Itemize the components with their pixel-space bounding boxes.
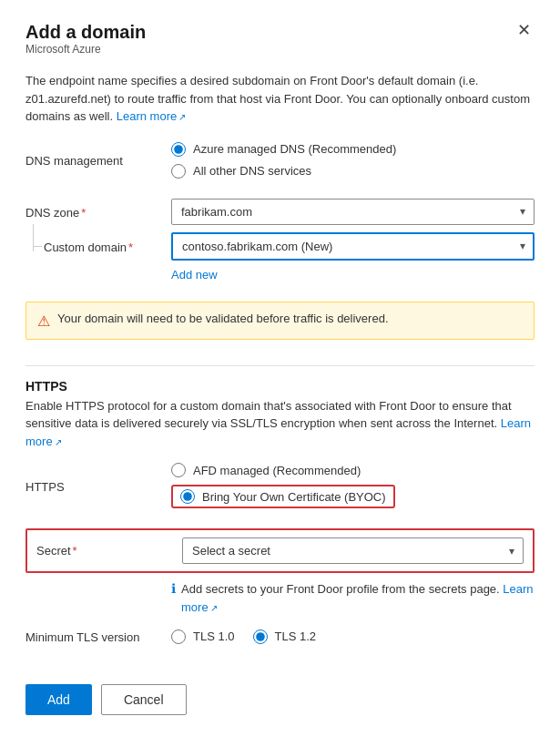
- external-link-icon: ↗: [178, 110, 186, 124]
- dialog-title: Add a domain: [25, 22, 146, 43]
- radio-afd-managed[interactable]: AFD managed (Recommended): [171, 463, 395, 477]
- radio-azure-dns-label: Azure managed DNS (Recommended): [193, 142, 396, 156]
- radio-byoc-label: Bring Your Own Certificate (BYOC): [202, 490, 386, 504]
- secret-row: Secret* Select a secret ▾: [25, 528, 535, 573]
- https-description: Enable HTTPS protocol for a custom domai…: [25, 397, 535, 451]
- tls-label: Minimum TLS version: [25, 629, 171, 644]
- custom-domain-row: Custom domain* contoso.fabrikam.com (New…: [25, 232, 535, 261]
- dns-zone-dropdown[interactable]: fabrikam.com: [171, 199, 535, 225]
- radio-other-dns-label: All other DNS services: [193, 164, 311, 178]
- info-icon: ℹ: [171, 581, 176, 596]
- radio-tls12-input[interactable]: [253, 630, 268, 644]
- dns-zone-label: DNS zone*: [25, 204, 171, 220]
- dialog-header: Add a domain Microsoft Azure ✕: [25, 22, 535, 70]
- radio-afd-managed-input[interactable]: [171, 463, 186, 477]
- radio-other-dns[interactable]: All other DNS services: [171, 164, 396, 179]
- radio-tls10-input[interactable]: [171, 630, 186, 644]
- radio-tls12-label: TLS 1.2: [275, 630, 317, 643]
- dns-management-label: DNS management: [25, 152, 171, 168]
- tls-options: TLS 1.0 TLS 1.2: [171, 630, 316, 644]
- radio-byoc-input[interactable]: [180, 489, 195, 504]
- custom-domain-dropdown-wrapper: contoso.fabrikam.com (New) ▾: [171, 232, 535, 261]
- dns-zone-row: DNS zone* fabrikam.com ▾: [25, 199, 535, 225]
- add-button[interactable]: Add: [25, 684, 92, 715]
- warning-icon: ⚠: [37, 312, 50, 330]
- secret-hint-text: Add secrets to your Front Door profile f…: [181, 580, 535, 616]
- https-label: HTTPS: [25, 478, 171, 494]
- dns-management-radio-group: Azure managed DNS (Recommended) All othe…: [171, 142, 396, 179]
- secret-dropdown-wrapper: Select a secret ▾: [182, 537, 524, 564]
- secret-external-icon: ↗: [210, 601, 218, 615]
- radio-azure-dns-input[interactable]: [171, 142, 186, 157]
- https-section: HTTPS Enable HTTPS protocol for a custom…: [25, 379, 535, 517]
- secret-label: Secret*: [36, 544, 182, 558]
- secret-required: *: [73, 544, 77, 558]
- intro-learn-more-link[interactable]: Learn more: [117, 109, 177, 123]
- footer-actions: Add Cancel: [25, 666, 535, 715]
- dialog-subtitle: Microsoft Azure: [25, 43, 146, 56]
- radio-azure-dns[interactable]: Azure managed DNS (Recommended): [171, 142, 396, 157]
- tls-row: Minimum TLS version TLS 1.0 TLS 1.2: [25, 629, 535, 644]
- cancel-button[interactable]: Cancel: [101, 684, 187, 715]
- secret-dropdown[interactable]: Select a secret: [182, 537, 524, 564]
- intro-description: The endpoint name specifies a desired su…: [25, 72, 535, 126]
- secret-hint: ℹ Add secrets to your Front Door profile…: [171, 580, 535, 616]
- dns-zone-required: *: [81, 206, 86, 220]
- custom-domain-dropdown[interactable]: contoso.fabrikam.com (New): [171, 232, 535, 261]
- custom-domain-required: *: [128, 241, 133, 254]
- dns-management-row: DNS management Azure managed DNS (Recomm…: [25, 142, 535, 179]
- dns-management-section: DNS management Azure managed DNS (Recomm…: [25, 142, 535, 186]
- https-external-icon: ↗: [55, 435, 62, 449]
- warning-box: ⚠ Your domain will need to be validated …: [25, 302, 535, 340]
- radio-afd-managed-label: AFD managed (Recommended): [193, 464, 361, 477]
- dns-zone-dropdown-wrapper: fabrikam.com ▾: [171, 199, 535, 225]
- https-radio-group: AFD managed (Recommended) Bring Your Own…: [171, 463, 395, 508]
- add-new-link[interactable]: Add new: [171, 268, 535, 281]
- add-domain-dialog: Add a domain Microsoft Azure ✕ The endpo…: [0, 0, 560, 737]
- radio-other-dns-input[interactable]: [171, 164, 186, 179]
- warning-text: Your domain will need to be validated be…: [57, 312, 389, 325]
- close-button[interactable]: ✕: [514, 22, 535, 38]
- radio-byoc[interactable]: Bring Your Own Certificate (BYOC): [171, 485, 395, 508]
- https-options-row: HTTPS AFD managed (Recommended) Bring Yo…: [25, 463, 535, 508]
- section-divider: [25, 365, 535, 366]
- https-section-title: HTTPS: [25, 379, 535, 394]
- radio-tls12[interactable]: TLS 1.2: [253, 630, 317, 644]
- radio-tls10[interactable]: TLS 1.0: [171, 630, 235, 644]
- dns-zone-section: DNS zone* fabrikam.com ▾ Custom domain* …: [25, 199, 535, 289]
- radio-tls10-label: TLS 1.0: [193, 630, 235, 643]
- custom-domain-label: Custom domain*: [25, 239, 171, 254]
